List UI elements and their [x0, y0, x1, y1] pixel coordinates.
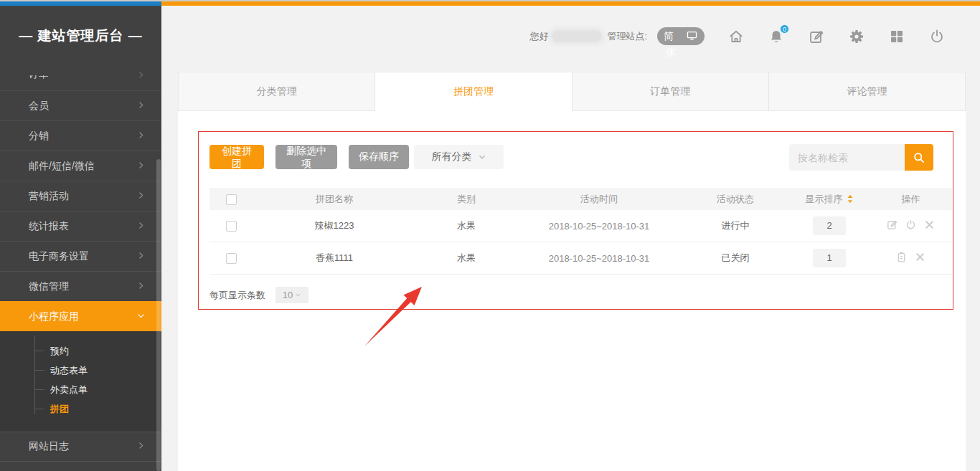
tab-bar: 分类管理 拼团管理 订单管理 评论管理: [178, 72, 966, 111]
chevron-down-icon: [136, 311, 146, 323]
sidebar-item-orders[interactable]: 订单: [0, 66, 161, 90]
search-input[interactable]: [789, 144, 905, 171]
sidebar-item-wechat-management[interactable]: 微信管理: [0, 271, 161, 301]
tab-order-management[interactable]: 订单管理: [573, 72, 769, 111]
search-button[interactable]: [905, 144, 933, 171]
sidebar-item-distribution[interactable]: 分销: [0, 120, 161, 151]
chevron-right-icon: [136, 281, 146, 292]
chevron-right-icon: [136, 161, 146, 172]
language-char-wrapped: 体: [666, 47, 676, 60]
power-action-button[interactable]: [905, 219, 917, 231]
copy-action-icon: [895, 251, 908, 263]
language-char: 简: [664, 30, 674, 43]
tab-comment-management[interactable]: 评论管理: [769, 72, 966, 111]
annotation-arrow: [357, 278, 432, 348]
admin-backend-page: — 建站管理后台 — 订单 会员 分销 邮件/短信/微信 营销活动: [0, 0, 980, 471]
sidebar-item-mail-sms-wechat[interactable]: 邮件/短信/微信: [0, 151, 161, 181]
cell-name: 辣椒1223: [253, 219, 416, 232]
logout-button[interactable]: [928, 28, 946, 45]
delete-selected-button[interactable]: 删除选中项: [275, 145, 337, 169]
cell-category: 水果: [416, 219, 517, 232]
table-header-row: 拼团名称 类别 活动时间 活动状态 显示排序 操作: [209, 188, 952, 210]
row-checkbox[interactable]: [226, 221, 237, 232]
sidebar: — 建站管理后台 — 订单 会员 分销 邮件/短信/微信 营销活动: [0, 6, 161, 471]
sidebar-item-miniprogram-apps[interactable]: 小程序应用: [0, 301, 161, 331]
submenu-item-dynamic-forms[interactable]: 动态表单: [0, 361, 161, 380]
cell-time: 2018-10-25~2018-10-31: [517, 253, 682, 264]
col-header-name: 拼团名称: [253, 193, 416, 206]
power-action-icon: [905, 219, 917, 231]
grid-icon: [888, 28, 905, 45]
monitor-icon: [686, 29, 698, 44]
cell-category: 水果: [416, 252, 517, 265]
page-size-select[interactable]: 10: [275, 287, 308, 303]
chevron-right-icon: [136, 221, 146, 232]
row-checkbox[interactable]: [226, 253, 237, 264]
search-bar: [789, 144, 933, 171]
col-header-sort[interactable]: 显示排序: [806, 193, 854, 206]
submenu-item-takeout-orders[interactable]: 外卖点单: [0, 380, 161, 399]
page-size-control: 每页显示条数 10: [209, 287, 308, 303]
sort-order-input[interactable]: 2: [813, 217, 846, 235]
edit-site-button[interactable]: [808, 28, 825, 45]
select-all-checkbox[interactable]: [226, 194, 237, 205]
notifications-button[interactable]: 0: [768, 28, 785, 45]
top-header: 您好 管理站点: 简 体 0: [161, 6, 980, 72]
close-action-button[interactable]: [923, 219, 936, 231]
close-action-icon: [914, 251, 926, 263]
edit-icon: [808, 28, 825, 45]
create-group-button[interactable]: 创建拼团: [209, 145, 264, 169]
table-row: 香蕉1111 水果 2018-10-25~2018-10-31 已关闭 1: [209, 242, 952, 275]
chevron-down-icon: [478, 153, 486, 161]
submenu-item-group-buying[interactable]: 拼团: [0, 399, 161, 419]
sidebar-item-statistics[interactable]: 统计报表: [0, 211, 161, 241]
home-button[interactable]: [727, 28, 745, 45]
col-header-status: 活动状态: [682, 193, 789, 206]
page-size-label: 每页显示条数: [209, 289, 265, 302]
chevron-right-icon: [136, 100, 146, 112]
topbar-blue-strip: [0, 1, 161, 6]
tab-category-management[interactable]: 分类管理: [178, 72, 375, 111]
content-panel: 创建拼团 删除选中项 保存顺序 所有分类 拼团名称 类别 活动时间 活动状态: [178, 111, 966, 471]
sidebar-item-site-logs[interactable]: 网站日志: [0, 432, 161, 462]
settings-button[interactable]: [848, 28, 865, 45]
category-filter-dropdown[interactable]: 所有分类: [414, 145, 504, 169]
top-border-line: [0, 0, 980, 1]
close-action-button[interactable]: [914, 251, 926, 263]
language-switcher[interactable]: 简 体: [657, 27, 705, 45]
tab-group-buying-management[interactable]: 拼团管理: [375, 72, 572, 111]
chevron-right-icon: [136, 70, 146, 82]
save-order-button[interactable]: 保存顺序: [349, 145, 409, 169]
sidebar-submenu: 预约 动态表单 外卖点单 拼团: [0, 331, 161, 432]
group-buying-table: 拼团名称 类别 活动时间 活动状态 显示排序 操作 辣椒1223 水果 2018…: [209, 188, 952, 275]
topbar-orange-strip: [161, 1, 980, 6]
chevron-right-icon: [136, 441, 146, 452]
copy-action-button[interactable]: [895, 251, 908, 263]
sort-order-input[interactable]: 1: [813, 249, 846, 267]
sidebar-menu: 订单 会员 分销 邮件/短信/微信 营销活动 统: [0, 66, 161, 462]
cell-status: 进行中: [682, 219, 789, 232]
submenu-item-booking[interactable]: 预约: [0, 341, 161, 361]
close-action-icon: [923, 219, 936, 231]
cell-name: 香蕉1111: [253, 252, 416, 265]
cell-time: 2018-10-25~2018-10-31: [517, 221, 682, 232]
logo-title: — 建站管理后台 —: [0, 6, 161, 66]
chevron-down-icon: [295, 292, 301, 298]
sidebar-item-marketing[interactable]: 营销活动: [0, 181, 161, 211]
edit-action-button[interactable]: [886, 219, 898, 231]
power-icon: [928, 28, 946, 45]
col-header-category: 类别: [416, 193, 517, 206]
sidebar-item-members[interactable]: 会员: [0, 90, 161, 120]
username-redacted: [552, 31, 601, 42]
edit-action-icon: [886, 219, 898, 231]
col-header-time: 活动时间: [517, 193, 682, 206]
apps-button[interactable]: [888, 28, 905, 45]
col-header-actions: 操作: [870, 193, 952, 206]
sidebar-item-ecommerce-settings[interactable]: 电子商务设置: [0, 241, 161, 271]
sidebar-scrollbar[interactable]: [156, 159, 161, 471]
chevron-right-icon: [136, 191, 146, 202]
chevron-right-icon: [136, 251, 146, 262]
cell-status: 已关闭: [682, 252, 789, 265]
notification-badge: 0: [780, 24, 789, 34]
gear-icon: [848, 28, 865, 45]
